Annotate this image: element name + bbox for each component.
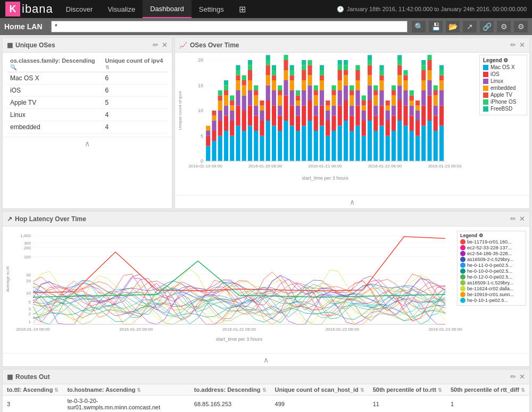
hop-latency-chart-container: Legend ⚙be-11719-cr01.160...ec2-52-33-22… xyxy=(4,229,528,351)
hop-legend-item: ec2-54-186-35-228... xyxy=(460,251,523,256)
link-button[interactable]: 🔗 xyxy=(480,21,494,32)
routes-col-header: 50th percentile of to.rtt ⇅ xyxy=(369,384,446,396)
oses-over-time-body: Legend ⚙Mac OS XiOSLinuxembeddedApple TV… xyxy=(175,53,529,195)
load-button[interactable]: 📂 xyxy=(446,21,460,32)
close-routes-out[interactable]: ✕ xyxy=(519,373,525,381)
hop-legend-item: be-11624-cr02.dalla... xyxy=(460,286,523,291)
oses-over-time-footer: ∧ xyxy=(175,195,529,208)
hop-legend-item: he-0-11-0-0-pe02.5... xyxy=(460,263,523,268)
unique-oses-actions: ✏ ✕ xyxy=(153,41,168,49)
routes-table-body: 3 te-0-3-0-20-sur01.swmpls.mn.minn.comca… xyxy=(3,396,529,413)
route-hostname: te-0-3-0-20-sur01.swmpls.mn.minn.comcast… xyxy=(63,396,189,413)
oses-over-time-panel: 📈 OSes Over Time ✏ ✕ Legend ⚙Mac OS XiOS… xyxy=(174,37,530,209)
hop-latency-canvas xyxy=(4,229,525,343)
nav-settings[interactable]: Settings xyxy=(192,0,231,18)
os-table-body: Mac OS X6iOS6Apple TV5Linux4embedded4 xyxy=(7,72,168,133)
routes-sort-icon[interactable]: ⇅ xyxy=(262,388,267,393)
nav-dashboard[interactable]: Dashboard xyxy=(143,0,192,18)
filter-icon[interactable]: 🔍 xyxy=(10,64,16,70)
route-p50-diff: 1 xyxy=(446,396,529,413)
hop-legend-item: be-11719-cr01.160... xyxy=(460,239,523,245)
hop-legend-item: he-0-12-0-0-pe02.5... xyxy=(460,274,523,280)
edit-oses-over-time[interactable]: ✏ xyxy=(510,41,516,49)
save-button[interactable]: 💾 xyxy=(429,21,443,32)
routes-out-header: ▦ Routes Out ✏ ✕ xyxy=(3,369,529,384)
routes-col-header: to.hostname: Ascending ⇅ xyxy=(63,384,189,396)
routes-table-head: to.ttl: Ascending ⇅to.hostname: Ascendin… xyxy=(3,384,529,396)
top-navigation: K ibana Discover Visualize Dashboard Set… xyxy=(0,0,532,18)
time-range-text: January 18th 2016, 11:42:00.000 to Janua… xyxy=(347,6,527,12)
expand-unique-oses[interactable]: ∧ xyxy=(85,139,90,148)
routes-out-body: to.ttl: Ascending ⇅to.hostname: Ascendin… xyxy=(3,384,529,412)
edit-routes-out[interactable]: ✏ xyxy=(510,373,516,381)
os-name: Apple TV xyxy=(7,97,102,109)
hop-latency-actions: ✏ ✕ xyxy=(510,215,525,223)
expand-hop-latency[interactable]: ∧ xyxy=(263,356,269,364)
options-button[interactable]: ⚙ xyxy=(514,21,528,32)
edit-unique-oses[interactable]: ✏ xyxy=(153,41,159,49)
routes-sort-icon[interactable]: ⇅ xyxy=(521,388,525,393)
os-count: 4 xyxy=(102,109,168,121)
hop-legend-item: he-0-10-0-0-pe02.5... xyxy=(460,268,523,274)
legend-item: Apple TV xyxy=(483,92,523,98)
clock-icon: 🕐 xyxy=(337,6,344,13)
search-input[interactable] xyxy=(51,21,408,32)
nav-grid-icon[interactable]: ⊞ xyxy=(231,0,253,18)
os-name: iOS xyxy=(7,85,102,97)
routes-sort-icon[interactable]: ⇅ xyxy=(438,388,442,393)
chart-icon: 📈 xyxy=(179,41,187,49)
table-row: iOS6 xyxy=(7,85,168,97)
hop-latency-footer: ∧ xyxy=(3,353,529,366)
legend-item: FreeBSD xyxy=(483,106,523,112)
unique-oses-panel: ▦ Unique OSes ✏ ✕ os.classes.family: Des… xyxy=(2,37,172,209)
col-count-header: Unique count of ipv4 ⇅ xyxy=(102,56,168,72)
routes-col-header: to.ttl: Ascending ⇅ xyxy=(3,384,63,396)
legend-item: embedded xyxy=(483,85,523,91)
table-row: Linux4 xyxy=(7,109,168,121)
hop-latency-body: Legend ⚙be-11719-cr01.160...ec2-52-33-22… xyxy=(3,226,529,353)
route-ttl: 3 xyxy=(3,396,63,413)
sort-icon[interactable]: ⇅ xyxy=(105,65,110,70)
line-chart-icon: ↗ xyxy=(7,215,12,223)
expand-oses-over-time[interactable]: ∧ xyxy=(350,198,355,206)
time-range-display: 🕐 January 18th 2016, 11:42:00.000 to Jan… xyxy=(337,6,527,13)
route-p50-rtt: 11 xyxy=(369,396,446,413)
routes-data-row: 3 te-0-3-0-20-sur01.swmpls.mn.minn.comca… xyxy=(3,396,529,413)
routes-sort-icon[interactable]: ⇅ xyxy=(54,388,59,393)
row-1: ▦ Unique OSes ✏ ✕ os.classes.family: Des… xyxy=(2,37,530,209)
legend-item: Mac OS X xyxy=(483,64,523,70)
routes-col-header: 50th percentile of rtt_diff ⇅ xyxy=(446,384,529,396)
hop-legend-item: as16509-2-c.529bry... xyxy=(460,257,523,262)
close-unique-oses[interactable]: ✕ xyxy=(162,41,168,49)
legend-item: Linux xyxy=(483,78,523,84)
table-icon: ▦ xyxy=(7,41,13,49)
legend-item: iOS xyxy=(483,71,523,77)
legend-item: iPhone OS xyxy=(483,99,523,105)
routes-header-row: to.ttl: Ascending ⇅to.hostname: Ascendin… xyxy=(3,384,529,396)
routes-col-header: Unique count of scan_host_id ⇅ xyxy=(271,384,369,396)
search-button[interactable]: 🔍 xyxy=(412,21,426,32)
share-button[interactable]: ↗ xyxy=(463,21,477,32)
nav-discover[interactable]: Discover xyxy=(59,0,101,18)
os-count: 5 xyxy=(102,97,168,109)
table-row: Apple TV5 xyxy=(7,97,168,109)
close-hop-latency[interactable]: ✕ xyxy=(519,215,525,223)
nav-visualize[interactable]: Visualize xyxy=(100,0,143,18)
oses-chart-container: Legend ⚙Mac OS XiOSLinuxembeddedApple TV… xyxy=(176,55,528,193)
os-name: embedded xyxy=(7,121,102,133)
routes-out-actions: ✏ ✕ xyxy=(510,373,525,381)
hop-latency-panel: ↗ Hop Latency Over Time ✏ ✕ Legend ⚙be-1… xyxy=(2,211,530,367)
close-oses-over-time[interactable]: ✕ xyxy=(519,41,525,49)
routes-sort-icon[interactable]: ⇅ xyxy=(137,388,141,393)
logo-letter: K xyxy=(10,4,16,15)
search-bar: Home LAN 🔍 💾 📂 ↗ 🔗 ⚙ ⚙ xyxy=(0,18,532,35)
settings-button[interactable]: ⚙ xyxy=(497,21,511,32)
hop-legend-item: he-0-10-1-pe02.5... xyxy=(460,298,523,303)
row-2: ↗ Hop Latency Over Time ✏ ✕ Legend ⚙be-1… xyxy=(2,211,530,367)
os-count: 6 xyxy=(102,85,168,97)
routes-sort-icon[interactable]: ⇅ xyxy=(360,388,364,393)
os-count: 6 xyxy=(102,72,168,85)
logo-box: K xyxy=(5,2,20,16)
edit-hop-latency[interactable]: ✏ xyxy=(510,215,516,223)
table-row: Mac OS X6 xyxy=(7,72,168,85)
